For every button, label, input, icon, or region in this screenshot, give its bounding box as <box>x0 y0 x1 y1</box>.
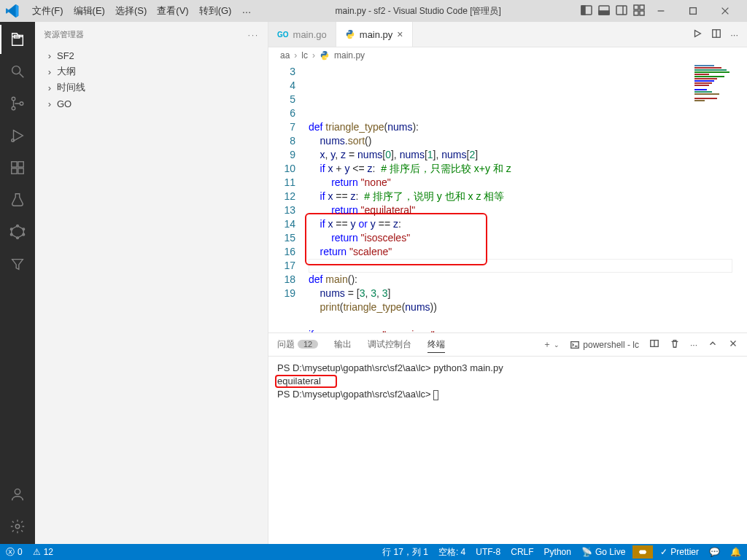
activity-settings[interactable] <box>0 512 35 541</box>
svg-rect-21 <box>18 162 23 167</box>
toggle-primary-sidebar-icon[interactable] <box>581 4 592 18</box>
svg-rect-22 <box>12 168 17 174</box>
status-ln-col[interactable]: 行 17，列 1 <box>382 546 428 559</box>
activity-source-control[interactable] <box>0 89 35 118</box>
more-actions-icon[interactable]: ··· <box>730 29 738 40</box>
split-editor-icon[interactable] <box>711 28 721 41</box>
sidebar-more-icon[interactable]: ··· <box>248 31 259 39</box>
menu-go[interactable]: 转到(G) <box>195 3 236 19</box>
status-eol[interactable]: CRLF <box>511 547 533 557</box>
svg-rect-4 <box>616 6 627 15</box>
kill-terminal-icon[interactable] <box>670 338 680 351</box>
toggle-panel-icon[interactable] <box>598 4 610 18</box>
svg-point-31 <box>15 489 20 494</box>
layout-controls <box>581 4 645 18</box>
svg-rect-23 <box>18 168 23 174</box>
window-title: main.py - sf2 - Visual Studio Code [管理员] <box>255 5 581 18</box>
activity-bar <box>0 22 35 544</box>
status-go-extension[interactable] <box>632 545 653 559</box>
error-icon: ⓧ <box>6 546 15 559</box>
chevron-right-icon: › <box>45 66 54 77</box>
status-warnings[interactable]: ⚠12 <box>33 547 53 557</box>
svg-rect-9 <box>640 11 644 15</box>
close-icon[interactable]: × <box>397 28 403 40</box>
terminal[interactable]: PS D:\mysetup\gopath\src\sf2\aa\lc> pyth… <box>268 357 747 544</box>
chevron-right-icon: › <box>45 82 54 93</box>
chevron-right-icon: › <box>45 98 54 109</box>
sidebar-title: 资源管理器 <box>44 29 84 40</box>
tree-item-timeline[interactable]: ›时间线 <box>35 79 268 96</box>
breadcrumb-segment[interactable]: lc <box>301 50 308 61</box>
tree-item-sf2[interactable]: ›SF2 <box>35 47 268 63</box>
tree-item-go[interactable]: ›GO <box>35 96 268 112</box>
svg-rect-8 <box>634 11 638 15</box>
menu-view[interactable]: 查看(V) <box>152 3 193 19</box>
toggle-secondary-sidebar-icon[interactable] <box>616 4 627 18</box>
window-close-button[interactable] <box>709 0 741 22</box>
menu-file[interactable]: 文件(F) <box>28 3 68 19</box>
panel-tabs: 问题12 输出 调试控制台 终端 ＋ ⌄ powershell - lc ··· <box>268 333 747 357</box>
activity-explorer[interactable] <box>0 25 35 54</box>
activity-testing[interactable] <box>0 185 35 214</box>
panel-more-icon[interactable]: ··· <box>690 340 697 350</box>
bottom-panel: 问题12 输出 调试控制台 终端 ＋ ⌄ powershell - lc ···… <box>268 332 747 544</box>
svg-rect-1 <box>581 6 585 15</box>
tab-main-go[interactable]: GO main.go <box>268 22 336 47</box>
panel-tab-problems[interactable]: 问题12 <box>277 337 318 352</box>
minimap[interactable] <box>694 65 744 109</box>
editor-tabs-bar: GO main.go main.py × ··· <box>268 22 747 47</box>
tab-main-py[interactable]: main.py × <box>336 22 413 47</box>
svg-rect-20 <box>12 162 17 167</box>
status-feedback-icon[interactable]: 💬 <box>709 547 720 557</box>
svg-line-15 <box>20 74 24 78</box>
status-go-live[interactable]: 📡Go Live <box>581 547 625 557</box>
close-panel-icon[interactable] <box>728 338 738 351</box>
status-prettier[interactable]: ✓Prettier <box>660 547 699 557</box>
panel-tab-debug-console[interactable]: 调试控制台 <box>368 337 411 352</box>
maximize-panel-icon[interactable] <box>708 338 718 351</box>
activity-search[interactable] <box>0 57 35 86</box>
activity-run-debug[interactable] <box>0 121 35 150</box>
menu-more[interactable]: … <box>237 3 255 19</box>
activity-filter[interactable] <box>0 249 35 279</box>
customize-layout-icon[interactable] <box>633 4 645 18</box>
activity-accounts[interactable] <box>0 480 35 509</box>
menu-select[interactable]: 选择(S) <box>111 3 151 19</box>
window-minimize-button[interactable] <box>645 0 677 22</box>
activity-graphql[interactable] <box>0 217 35 246</box>
menu-edit[interactable]: 编辑(E) <box>69 3 109 19</box>
breadcrumb-segment[interactable]: aa <box>280 50 290 61</box>
breadcrumbs[interactable]: aa› lc› main.py <box>268 47 747 63</box>
status-bar: ⓧ0 ⚠12 行 17，列 1 空格: 4 UTF-8 CRLF Python … <box>0 544 747 560</box>
svg-rect-7 <box>640 5 644 9</box>
tree-label: 大纲 <box>57 65 76 78</box>
svg-rect-35 <box>571 341 579 348</box>
status-language[interactable]: Python <box>544 547 571 557</box>
code-area[interactable]: def triangle_type(nums): nums.sort() x, … <box>309 63 747 332</box>
line-number-gutter: 345678910111213141516171819 <box>268 63 309 332</box>
go-file-icon: GO <box>277 31 289 39</box>
run-icon[interactable] <box>692 28 703 41</box>
status-indent[interactable]: 空格: 4 <box>438 546 465 559</box>
split-terminal-icon[interactable] <box>649 338 659 351</box>
code-editor[interactable]: 345678910111213141516171819 def triangle… <box>268 63 747 332</box>
svg-point-17 <box>12 106 15 110</box>
svg-rect-6 <box>634 5 638 9</box>
activity-extensions[interactable] <box>0 153 35 182</box>
status-errors[interactable]: ⓧ0 <box>6 546 23 559</box>
new-terminal-icon[interactable]: ＋ ⌄ <box>543 338 560 351</box>
terminal-shell-label[interactable]: powershell - lc <box>570 340 639 350</box>
tree-item-outline[interactable]: ›大纲 <box>35 63 268 79</box>
editor-group: GO main.go main.py × ··· aa› lc› main.py… <box>268 22 747 544</box>
status-encoding[interactable]: UTF-8 <box>476 547 500 557</box>
status-notifications-icon[interactable]: 🔔 <box>730 547 741 557</box>
breadcrumb-segment[interactable]: main.py <box>334 50 365 61</box>
svg-rect-3 <box>599 11 609 15</box>
broadcast-icon: 📡 <box>581 547 592 557</box>
tree-label: SF2 <box>57 50 74 61</box>
window-maximize-button[interactable] <box>677 0 709 22</box>
panel-tab-output[interactable]: 输出 <box>334 337 352 352</box>
panel-tab-terminal[interactable]: 终端 <box>427 337 445 353</box>
tree-label: 时间线 <box>57 81 85 94</box>
tab-label: main.go <box>293 29 327 40</box>
